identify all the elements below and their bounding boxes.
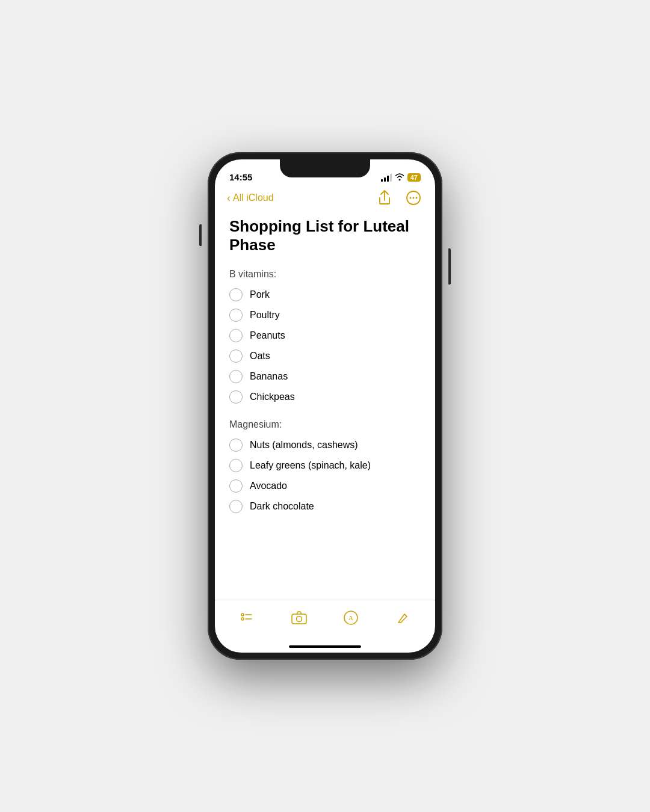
svg-rect-8	[292, 614, 306, 624]
item-label-peanuts: Peanuts	[250, 330, 285, 341]
section-b-vitamins: B vitamins:PorkPoultryPeanutsOatsBananas…	[229, 269, 421, 407]
svg-point-3	[416, 197, 418, 199]
home-indicator	[215, 641, 435, 653]
item-label-oats: Oats	[250, 351, 270, 361]
back-label: All iCloud	[233, 192, 274, 203]
item-label-dark-chocolate: Dark chocolate	[250, 501, 314, 512]
svg-text:A: A	[348, 614, 353, 621]
section-header-magnesium: Magnesium:	[229, 419, 421, 430]
phone-frame: 14:55 47	[208, 152, 442, 660]
bottom-toolbar: A	[215, 600, 435, 641]
status-time: 14:55	[229, 172, 252, 182]
back-button[interactable]: ‹ All iCloud	[227, 192, 274, 205]
edit-button[interactable]	[390, 604, 416, 631]
svg-point-1	[410, 197, 412, 199]
item-label-pork: Pork	[250, 289, 270, 300]
wifi-icon	[395, 173, 404, 182]
status-icons: 47	[381, 173, 421, 182]
list-item: Avocado	[229, 476, 421, 496]
list-item: Dark chocolate	[229, 496, 421, 517]
checklist-magnesium: Nuts (almonds, cashews)Leafy greens (spi…	[229, 435, 421, 517]
notch	[280, 159, 370, 177]
more-button[interactable]	[404, 188, 423, 208]
section-magnesium: Magnesium:Nuts (almonds, cashews)Leafy g…	[229, 419, 421, 517]
sections-container: B vitamins:PorkPoultryPeanutsOatsBananas…	[229, 269, 421, 517]
checkbox-circle[interactable]	[229, 288, 243, 301]
list-item: Peanuts	[229, 325, 421, 346]
item-label-avocado: Avocado	[250, 481, 287, 491]
item-label-bananas: Bananas	[250, 371, 288, 382]
note-content: Shopping List for Luteal Phase B vitamin…	[215, 212, 435, 600]
signal-icon	[381, 174, 392, 182]
checkbox-circle[interactable]	[229, 309, 243, 322]
share-button[interactable]	[375, 188, 394, 208]
checkbox-circle[interactable]	[229, 349, 243, 363]
list-item: Leafy greens (spinach, kale)	[229, 455, 421, 476]
item-label-leafy-greens: Leafy greens (spinach, kale)	[250, 460, 371, 471]
battery-indicator: 47	[407, 173, 421, 182]
chevron-left-icon: ‹	[227, 192, 231, 205]
item-label-nuts: Nuts (almonds, cashews)	[250, 440, 358, 451]
checkbox-circle[interactable]	[229, 370, 243, 383]
checkbox-circle[interactable]	[229, 390, 243, 404]
list-item: Bananas	[229, 366, 421, 387]
list-item: Pork	[229, 285, 421, 305]
checklist-b-vitamins: PorkPoultryPeanutsOatsBananasChickpeas	[229, 285, 421, 407]
list-item: Nuts (almonds, cashews)	[229, 435, 421, 455]
svg-point-2	[413, 197, 415, 199]
home-bar	[289, 645, 361, 648]
svg-point-5	[241, 618, 244, 620]
nav-actions	[375, 188, 423, 208]
phone-screen: 14:55 47	[215, 159, 435, 653]
item-label-poultry: Poultry	[250, 310, 280, 321]
item-label-chickpeas: Chickpeas	[250, 392, 295, 402]
checkbox-circle[interactable]	[229, 459, 243, 472]
list-item: Chickpeas	[229, 387, 421, 407]
checkbox-circle[interactable]	[229, 438, 243, 452]
checkbox-circle[interactable]	[229, 500, 243, 513]
list-item: Oats	[229, 346, 421, 366]
svg-point-9	[296, 616, 302, 621]
svg-point-4	[241, 614, 244, 616]
page-title: Shopping List for Luteal Phase	[229, 217, 421, 254]
section-header-b-vitamins: B vitamins:	[229, 269, 421, 280]
nav-bar: ‹ All iCloud	[215, 186, 435, 212]
checklist-icon-button[interactable]	[234, 604, 260, 631]
scan-button[interactable]: A	[338, 604, 364, 631]
checkbox-circle[interactable]	[229, 329, 243, 342]
list-item: Poultry	[229, 305, 421, 325]
checkbox-circle[interactable]	[229, 479, 243, 493]
camera-button[interactable]	[286, 604, 312, 631]
